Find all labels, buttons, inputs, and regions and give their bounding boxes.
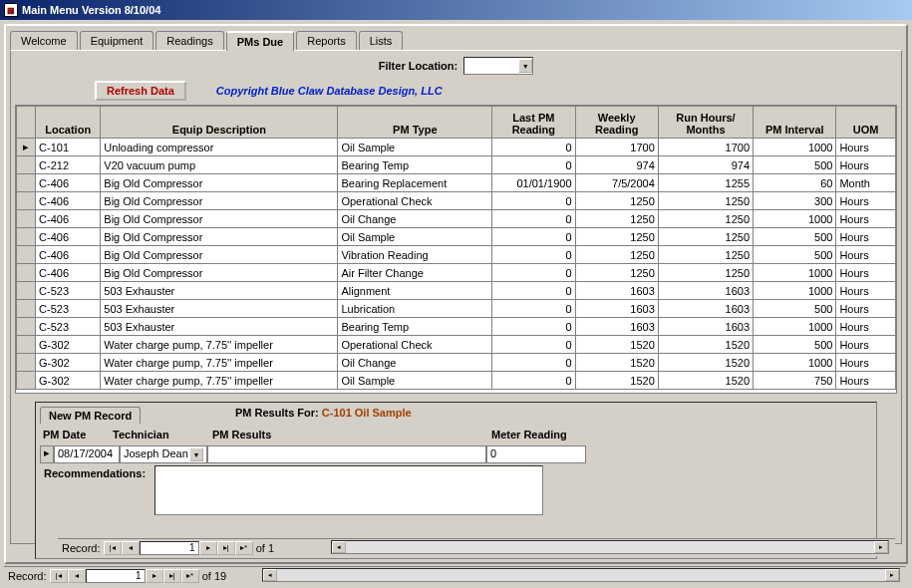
table-row[interactable]: C-523503 ExhausterLubrication01603160350… [17, 300, 896, 318]
cell-last[interactable]: 0 [492, 300, 575, 318]
column-header[interactable]: Weekly Reading [575, 107, 658, 139]
cell-desc[interactable]: Water charge pump, 7.75'' impeller [101, 336, 338, 354]
cell-loc[interactable]: C-406 [36, 174, 101, 192]
table-row[interactable]: G-302Water charge pump, 7.75'' impellerO… [17, 336, 896, 354]
cell-weekly[interactable]: 1603 [575, 300, 658, 318]
cell-pmtype[interactable]: Operational Check [338, 336, 492, 354]
cell-weekly[interactable]: 1520 [575, 354, 658, 372]
cell-desc[interactable]: Unloading compressor [101, 139, 338, 156]
row-selector[interactable] [17, 210, 36, 228]
cell-uom[interactable]: Hours [836, 210, 896, 228]
column-header[interactable]: Equip Description [101, 107, 338, 139]
cell-run[interactable]: 1700 [658, 139, 753, 156]
cell-run[interactable]: 1250 [658, 264, 753, 282]
row-selector[interactable] [17, 192, 36, 210]
cell-desc[interactable]: 503 Exhauster [101, 318, 338, 336]
cell-uom[interactable]: Hours [836, 228, 896, 246]
cell-pmtype[interactable]: Vibration Reading [338, 246, 492, 264]
row-selector[interactable] [17, 372, 36, 390]
nav-position-input[interactable] [86, 569, 146, 583]
row-selector[interactable] [17, 264, 36, 282]
scroll-right-icon[interactable]: ▸ [874, 541, 888, 553]
cell-run[interactable]: 1520 [658, 372, 753, 390]
cell-last[interactable]: 0 [492, 139, 575, 156]
table-row[interactable]: G-302Water charge pump, 7.75'' impellerO… [17, 354, 896, 372]
cell-weekly[interactable]: 1603 [575, 318, 658, 336]
cell-loc[interactable]: C-406 [36, 246, 101, 264]
table-row[interactable]: ▸C-101Unloading compressorOil Sample0170… [17, 139, 896, 156]
row-selector[interactable] [17, 300, 36, 318]
row-selector[interactable] [17, 354, 36, 372]
table-row[interactable]: C-406Big Old CompressorOil Sample0125012… [17, 228, 896, 246]
cell-run[interactable]: 974 [658, 156, 753, 174]
table-row[interactable]: C-212V20 vacuum pumpBearing Temp09749745… [17, 156, 896, 174]
cell-weekly[interactable]: 1250 [575, 228, 658, 246]
cell-last[interactable]: 0 [492, 228, 575, 246]
cell-loc[interactable]: C-406 [36, 210, 101, 228]
cell-weekly[interactable]: 1603 [575, 282, 658, 300]
cell-loc[interactable]: C-523 [36, 282, 101, 300]
nav-position-input[interactable] [140, 541, 199, 555]
cell-interval[interactable]: 750 [754, 372, 836, 390]
cell-uom[interactable]: Hours [836, 192, 896, 210]
cell-interval[interactable]: 500 [754, 336, 836, 354]
scroll-right-icon[interactable]: ▸ [885, 569, 899, 581]
horizontal-scrollbar[interactable]: ◂ ▸ [262, 568, 900, 582]
recommendations-textarea[interactable] [154, 465, 543, 515]
cell-loc[interactable]: G-302 [36, 354, 101, 372]
pm-date-field[interactable]: 08/17/2004 [54, 445, 120, 463]
cell-run[interactable]: 1250 [658, 228, 753, 246]
cell-interval[interactable]: 1000 [754, 210, 836, 228]
nav-first-button[interactable]: |◂ [50, 569, 68, 583]
cell-weekly[interactable]: 974 [575, 156, 658, 174]
row-selector[interactable] [17, 282, 36, 300]
nav-new-button[interactable]: ▸* [235, 541, 253, 555]
table-row[interactable]: C-406Big Old CompressorBearing Replaceme… [17, 174, 896, 192]
cell-weekly[interactable]: 1520 [575, 372, 658, 390]
pm-results-field[interactable] [207, 445, 486, 463]
cell-pmtype[interactable]: Bearing Temp [338, 318, 492, 336]
cell-pmtype[interactable]: Oil Change [338, 210, 492, 228]
table-row[interactable]: C-523503 ExhausterBearing Temp0160316031… [17, 318, 896, 336]
cell-last[interactable]: 0 [492, 210, 575, 228]
cell-interval[interactable]: 1000 [754, 354, 836, 372]
cell-last[interactable]: 0 [492, 354, 575, 372]
cell-loc[interactable]: C-212 [36, 156, 101, 174]
cell-uom[interactable]: Hours [836, 264, 896, 282]
cell-last[interactable]: 0 [492, 192, 575, 210]
refresh-data-button[interactable]: Refresh Data [95, 81, 186, 101]
cell-last[interactable]: 0 [492, 318, 575, 336]
cell-last[interactable]: 0 [492, 156, 575, 174]
cell-loc[interactable]: C-523 [36, 318, 101, 336]
cell-interval[interactable]: 500 [754, 156, 836, 174]
cell-pmtype[interactable]: Oil Sample [338, 372, 492, 390]
cell-pmtype[interactable]: Oil Sample [338, 228, 492, 246]
tab-reports[interactable]: Reports [296, 31, 357, 51]
cell-run[interactable]: 1250 [658, 246, 753, 264]
table-row[interactable]: G-302Water charge pump, 7.75'' impellerO… [17, 372, 896, 390]
nav-last-button[interactable]: ▸| [217, 541, 235, 555]
cell-interval[interactable]: 500 [754, 300, 836, 318]
cell-pmtype[interactable]: Air Filter Change [338, 264, 492, 282]
row-selector[interactable]: ▸ [40, 445, 54, 463]
cell-desc[interactable]: Big Old Compressor [101, 228, 338, 246]
cell-desc[interactable]: Big Old Compressor [101, 246, 338, 264]
cell-loc[interactable]: C-406 [36, 228, 101, 246]
dropdown-arrow-icon[interactable]: ▼ [189, 447, 203, 461]
cell-run[interactable]: 1520 [658, 354, 753, 372]
cell-last[interactable]: 0 [492, 372, 575, 390]
cell-uom[interactable]: Month [836, 174, 896, 192]
row-selector[interactable] [17, 156, 36, 174]
column-header[interactable]: UOM [836, 107, 896, 139]
dropdown-arrow-icon[interactable]: ▼ [518, 59, 532, 73]
cell-weekly[interactable]: 1250 [575, 264, 658, 282]
cell-last[interactable]: 0 [492, 336, 575, 354]
nav-first-button[interactable]: |◂ [104, 541, 122, 555]
row-selector[interactable]: ▸ [17, 139, 36, 156]
new-pm-record-tab[interactable]: New PM Record [40, 407, 141, 424]
table-row[interactable]: C-523503 ExhausterAlignment0160316031000… [17, 282, 896, 300]
nav-prev-button[interactable]: ◂ [68, 569, 86, 583]
nav-next-button[interactable]: ▸ [146, 569, 163, 583]
cell-run[interactable]: 1603 [658, 300, 753, 318]
cell-interval[interactable]: 1000 [754, 139, 836, 156]
